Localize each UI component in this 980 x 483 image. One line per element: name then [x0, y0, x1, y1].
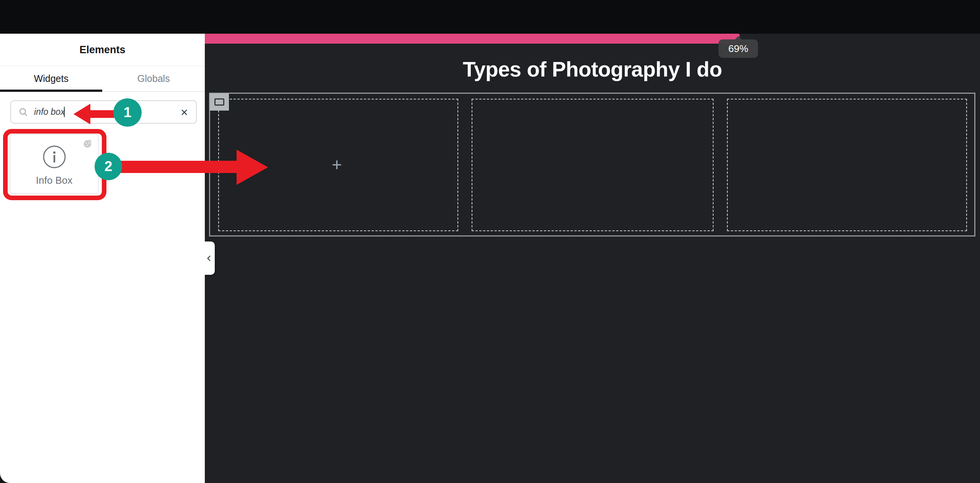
step-badge-1: 1: [113, 98, 142, 127]
highlight-frame: [3, 129, 106, 200]
arrow-2-shaft: [115, 161, 237, 173]
step-badge-2: 2: [95, 153, 122, 180]
arrow-1-shaft: [90, 110, 114, 118]
text-cursor: [64, 107, 65, 117]
elementor-editor: 69% Types of Photography I do +: [0, 0, 980, 483]
section-handle[interactable]: [210, 93, 229, 111]
tab-widgets[interactable]: Widgets: [0, 66, 103, 91]
panel-tabs: Widgets Globals: [0, 66, 205, 92]
progress-percent-badge: 69%: [719, 39, 758, 58]
progress-percent-label: 69%: [728, 43, 748, 55]
clear-search-button[interactable]: [178, 106, 190, 118]
add-widget-button[interactable]: +: [323, 153, 350, 176]
page-heading[interactable]: Types of Photography I do: [205, 56, 980, 83]
video-progress-bar[interactable]: [205, 34, 740, 44]
chevron-left-icon: [205, 255, 213, 262]
close-icon: [180, 108, 189, 117]
step-2-number: 2: [105, 158, 113, 175]
active-tab-indicator: [0, 90, 102, 92]
top-toolbar: [0, 0, 980, 34]
panel-title: Elements: [0, 34, 205, 66]
tab-globals[interactable]: Globals: [103, 66, 205, 91]
arrow-1-head: [74, 104, 90, 124]
canvas-column-3[interactable]: [727, 99, 967, 231]
canvas-column-2[interactable]: [472, 99, 714, 231]
panel-collapse-handle[interactable]: [203, 242, 215, 275]
step-1-number: 1: [124, 104, 132, 121]
section-icon: [214, 98, 224, 106]
arrow-2-head: [237, 150, 268, 185]
search-icon: [18, 107, 29, 117]
